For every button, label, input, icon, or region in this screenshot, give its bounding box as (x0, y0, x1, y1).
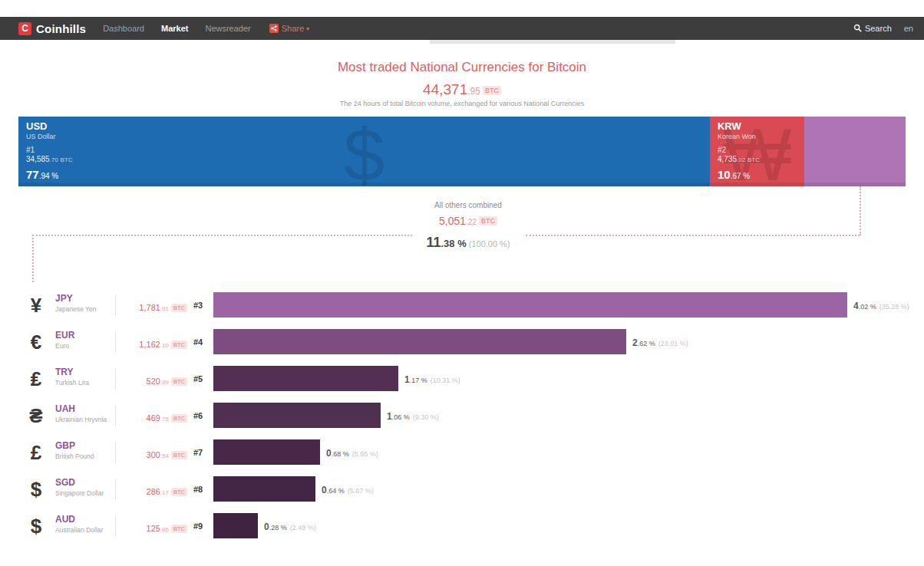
currency-link[interactable]: UAH Ukrainian Hryvnia (55, 403, 107, 423)
btc-value: 520.99BTC (120, 373, 187, 387)
currency-row-sgd: $ SGD Singapore Dollar 286.17BTC #8 0.64… (0, 471, 924, 508)
currency-code[interactable]: AUD (55, 514, 103, 525)
btc-value: 469.75BTC (120, 410, 187, 424)
volume-bar[interactable] (213, 439, 320, 465)
btc-value: 1,781.91BTC (120, 300, 187, 314)
btc-unit-badge: BTC (171, 451, 187, 459)
currency-link[interactable]: SGD Singapore Dollar (55, 477, 104, 497)
hryvnia-symbol-icon: ₴ (21, 397, 51, 434)
currency-name: Ukrainian Hryvnia (55, 416, 107, 423)
coinhills-logo[interactable]: C (18, 22, 31, 35)
pound-symbol-icon: £ (21, 434, 51, 471)
segment-code: USD (26, 120, 73, 133)
rank-label: #6 (193, 411, 203, 420)
all-others-percent: 11.38 %(100.00 %) (330, 235, 606, 251)
all-others-summary: All others combined 5,051.22BTC 11.38 %(… (330, 201, 606, 251)
dollar-watermark-icon: $ (344, 117, 384, 186)
btc-value: 300.54BTC (120, 447, 187, 461)
currency-name: British Pound (55, 452, 94, 460)
volume-bar[interactable] (213, 403, 381, 428)
page-subtitle: The 24 hours of total Bitcoin volume, ex… (0, 100, 924, 107)
currency-code[interactable]: SGD (55, 477, 104, 488)
currency-code[interactable]: EUR (55, 330, 74, 341)
percent-label: 2.62 %(23.01 %) (632, 335, 688, 349)
segment-percent: 77.94 % (26, 168, 58, 182)
rank-label: #3 (193, 301, 203, 310)
nav-item-dashboard[interactable]: Dashboard (103, 24, 144, 33)
segment-btc: 4,735.02 BTC (718, 155, 760, 164)
percent-label: 0.68 %(5.95 %) (326, 446, 378, 459)
divider (115, 295, 116, 316)
currency-row-gbp: £ GBP British Pound 300.54BTC #7 0.68 %(… (0, 434, 924, 471)
currency-code[interactable]: GBP (55, 440, 94, 451)
all-others-btc: 5,051.22BTC (330, 214, 606, 228)
btc-unit-badge: BTC (171, 377, 187, 386)
divider (115, 515, 116, 537)
divider (115, 331, 116, 353)
brand-name[interactable]: Coinhills (36, 22, 86, 35)
currency-row-uah: ₴ UAH Ukrainian Hryvnia 469.75BTC #6 1.0… (0, 397, 924, 434)
segment-percent: 10.67 % (718, 168, 750, 182)
volume-bar[interactable] (213, 366, 398, 391)
currency-row-aud: $ AUD Australian Dollar 125.86BTC #9 0.2… (0, 508, 924, 545)
volume-bar[interactable] (213, 476, 315, 502)
currency-name: Singapore Dollar (55, 489, 104, 497)
currency-link[interactable]: EUR Euro (55, 330, 74, 350)
percent-label: 0.28 %(2.49 %) (264, 519, 316, 533)
volume-bar[interactable] (213, 513, 258, 538)
currency-name: Euro (55, 342, 74, 350)
segment-rank: #1 (26, 146, 73, 155)
currency-link[interactable]: AUD Australian Dollar (55, 514, 103, 534)
volume-bar[interactable] (213, 292, 847, 318)
currency-code[interactable]: JPY (55, 293, 96, 304)
segment-others[interactable] (804, 117, 906, 186)
percent-label: 4.02 %(35.28 %) (853, 298, 909, 312)
dollar-symbol-icon: $ (21, 471, 51, 508)
segment-btc: 34,585.70 BTC (26, 155, 73, 164)
total-int: 44,371 (423, 81, 467, 97)
currency-link[interactable]: TRY Turkish Lira (55, 367, 89, 387)
btc-unit-badge: BTC (479, 216, 497, 225)
top-nav-bar: C Coinhills Dashboard Market Newsreader … (0, 17, 924, 40)
header-shadow (430, 40, 675, 44)
dollar-symbol-icon: $ (21, 508, 51, 545)
currency-link[interactable]: JPY Japanese Yen (55, 293, 96, 313)
segment-rank: #2 (718, 146, 760, 155)
percent-label: 1.06 %(9.30 %) (387, 409, 439, 423)
nav-item-newsreader[interactable]: Newsreader (205, 24, 250, 33)
total-dec: .95 (467, 86, 480, 97)
nav-item-market[interactable]: Market (161, 24, 188, 33)
btc-unit-badge: BTC (171, 304, 187, 312)
volume-bar[interactable] (213, 329, 626, 354)
btc-value: 125.86BTC (120, 521, 187, 535)
btc-value: 1,162.10BTC (120, 337, 187, 350)
rank-label: #8 (193, 485, 203, 494)
total-volume: 44,371.95BTC (0, 81, 924, 98)
segment-krw[interactable]: ₩ KRW Korean Won #2 4,735.02 BTC 10.67 % (710, 117, 804, 186)
divider (115, 405, 116, 426)
page-title: Most traded National Currencies for Bitc… (0, 60, 924, 75)
euro-symbol-icon: € (21, 324, 51, 360)
divider (115, 368, 116, 390)
rank-label: #9 (193, 522, 203, 531)
btc-unit-badge: BTC (171, 525, 187, 533)
rank-label: #5 (193, 374, 203, 383)
share-menu[interactable]: Share ▾ (269, 24, 309, 33)
currency-code[interactable]: UAH (55, 403, 107, 414)
segment-name: Korean Won (718, 133, 760, 141)
segment-usd[interactable]: $ USD US Dollar #1 34,585.70 BTC 77.94 % (18, 117, 710, 186)
lira-symbol-icon: ₤ (21, 360, 51, 397)
share-icon (269, 24, 279, 33)
currency-code[interactable]: TRY (55, 367, 89, 377)
segment-name: US Dollar (26, 133, 73, 141)
dotted-connector-down-left (32, 235, 34, 282)
search-button[interactable]: Search (853, 21, 892, 35)
currency-row-try: ₤ TRY Turkish Lira 520.99BTC #5 1.17 %(1… (0, 360, 924, 397)
btc-value: 286.17BTC (120, 484, 187, 498)
currency-link[interactable]: GBP British Pound (55, 440, 94, 460)
language-selector[interactable]: en (904, 24, 913, 33)
all-others-label: All others combined (330, 201, 606, 209)
percent-label: 0.64 %(5.67 %) (322, 482, 374, 496)
btc-unit-badge: BTC (171, 341, 187, 349)
divider (115, 479, 116, 500)
